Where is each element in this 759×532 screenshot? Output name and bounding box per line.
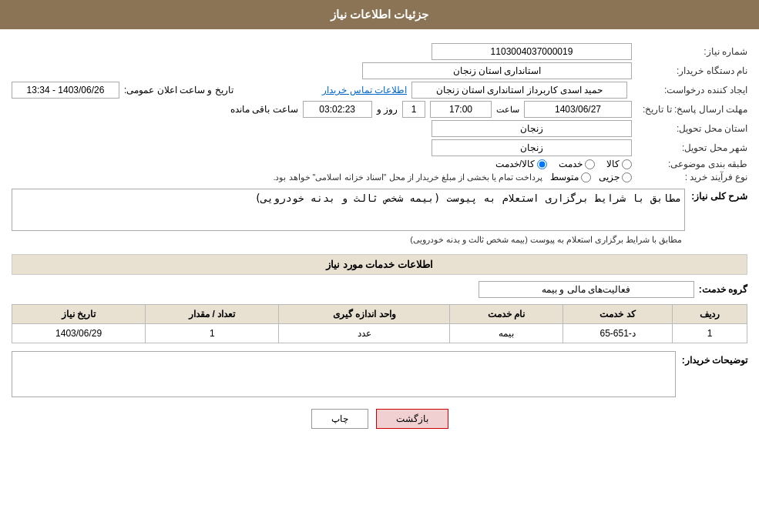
creator-value: حمید اسدی کاربرداز استانداری استان زنجان <box>411 82 627 99</box>
category-label: طبقه بندی موضوعی: <box>632 159 747 169</box>
page-header: جزئیات اطلاعات نیاز <box>0 0 759 29</box>
delivery-province-value: زنجان <box>432 120 632 137</box>
col-header-row: ردیف <box>673 305 747 324</box>
announce-datetime-label: تاریخ و ساعت اعلان عمومی: <box>124 85 233 95</box>
response-deadline-label: مهلت ارسال پاسخ: تا تاریخ: <box>632 104 747 115</box>
buyer-org-value: استانداری استان زنجان <box>362 62 632 79</box>
cell-qty: 1 <box>146 324 279 343</box>
cell-date: 1403/06/29 <box>12 324 146 343</box>
need-number-label: شماره نیاز: <box>632 46 747 57</box>
contact-link[interactable]: اطلاعات تماس خریدار <box>322 85 407 95</box>
response-time-value: 17:00 <box>430 101 492 118</box>
cell-code: د-651-65 <box>563 324 672 343</box>
buyer-notes-label: توضیحات خریدار: <box>682 351 747 366</box>
page-title: جزئیات اطلاعات نیاز <box>331 8 428 21</box>
response-time-unit: روز و <box>377 104 398 115</box>
response-date-value: 1403/06/27 <box>524 101 632 118</box>
response-timer: 03:02:23 <box>303 101 372 118</box>
need-number-value: 1103004037000019 <box>432 43 632 60</box>
process-option-jozi[interactable]: جزیی <box>599 172 632 182</box>
delivery-province-label: استان محل تحویل: <box>632 123 747 134</box>
delivery-city-label: شهر محل تحویل: <box>632 142 747 153</box>
back-button[interactable]: بازگشت <box>376 409 448 429</box>
services-table: ردیف کد خدمت نام خدمت واحد اندازه گیری ت… <box>12 304 747 343</box>
cell-name: بیمه <box>450 324 563 343</box>
response-days: 1 <box>402 101 425 118</box>
service-group-label: گروه خدمت: <box>699 284 747 295</box>
services-section-title: اطلاعات خدمات مورد نیاز <box>12 254 747 275</box>
buyer-org-label: نام دستگاه خریدار: <box>632 65 747 76</box>
description-label: شرح کلی نیاز: <box>691 189 747 202</box>
category-option-kala[interactable]: کالا <box>606 159 632 169</box>
print-button[interactable]: چاپ <box>311 409 368 429</box>
col-header-qty: تعداد / مقدار <box>146 305 279 324</box>
announce-datetime-value: 1403/06/26 - 13:34 <box>12 82 119 99</box>
col-header-date: تاریخ نیاز <box>12 305 146 324</box>
description-textarea[interactable] <box>12 189 685 231</box>
category-option-khedmat[interactable]: خدمت <box>559 159 595 169</box>
description-value: مطابق با شرایط برگزاری استعلام به پیوست … <box>12 233 685 246</box>
process-type-label: نوع فرآیند خرید : <box>632 172 747 182</box>
cell-row: 1 <box>673 324 747 343</box>
time-label: ساعت <box>496 105 519 115</box>
col-header-unit: واحد اندازه گیری <box>279 305 450 324</box>
buyer-notes-textarea[interactable] <box>12 351 676 397</box>
table-row: 1 د-651-65 بیمه عدد 1 1403/06/29 <box>12 324 747 343</box>
creator-label: ایجاد کننده درخواست: <box>632 85 747 95</box>
cell-unit: عدد <box>279 324 450 343</box>
process-note: پرداخت تمام یا بخشی از مبلغ خریدار از مح… <box>273 172 542 182</box>
process-option-motavasset[interactable]: متوسط <box>550 172 591 182</box>
response-remaining: ساعت باقی مانده <box>230 104 298 115</box>
col-header-code: کد خدمت <box>563 305 672 324</box>
col-header-name: نام خدمت <box>450 305 563 324</box>
delivery-city-value: زنجان <box>432 139 632 156</box>
category-option-kala-khedmat[interactable]: کالا/خدمت <box>495 159 547 169</box>
service-group-value: فعالیت‌های مالی و بیمه <box>479 281 694 298</box>
